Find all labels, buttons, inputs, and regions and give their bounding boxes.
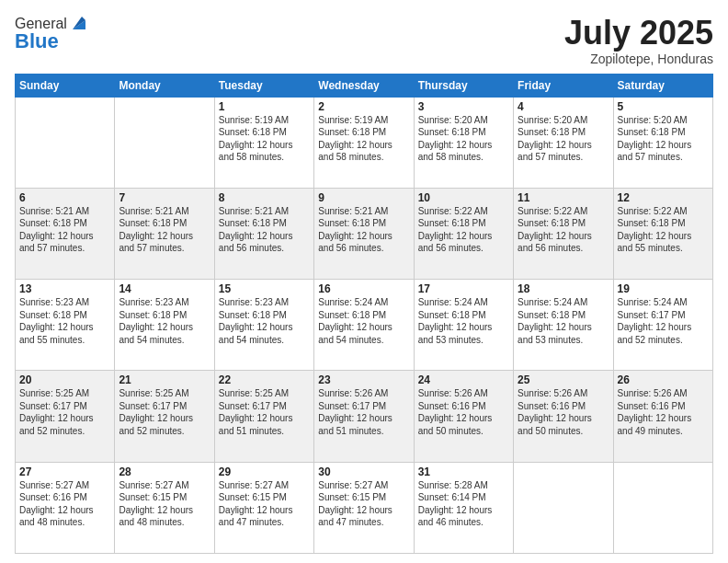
day-number: 29 bbox=[219, 465, 310, 478]
table-cell: 9Sunrise: 5:21 AM Sunset: 6:18 PM Daylig… bbox=[314, 188, 414, 279]
table-cell: 10Sunrise: 5:22 AM Sunset: 6:18 PM Dayli… bbox=[414, 188, 513, 279]
table-cell: 1Sunrise: 5:19 AM Sunset: 6:18 PM Daylig… bbox=[214, 97, 313, 188]
day-info-text: Sunrise: 5:26 AM Sunset: 6:17 PM Dayligh… bbox=[318, 388, 392, 436]
day-number: 31 bbox=[418, 465, 509, 478]
table-cell: 18Sunrise: 5:24 AM Sunset: 6:18 PM Dayli… bbox=[514, 280, 613, 371]
day-number: 6 bbox=[19, 191, 110, 204]
location-label: Zopilotepe, Honduras bbox=[564, 52, 713, 66]
day-number: 15 bbox=[219, 282, 310, 295]
day-number: 13 bbox=[19, 282, 110, 295]
day-number: 30 bbox=[318, 465, 409, 478]
table-cell: 26Sunrise: 5:26 AM Sunset: 6:16 PM Dayli… bbox=[613, 371, 712, 462]
table-cell: 3Sunrise: 5:20 AM Sunset: 6:18 PM Daylig… bbox=[414, 97, 513, 188]
table-cell: 13Sunrise: 5:23 AM Sunset: 6:18 PM Dayli… bbox=[16, 280, 115, 371]
table-cell: 4Sunrise: 5:20 AM Sunset: 6:18 PM Daylig… bbox=[514, 97, 613, 188]
day-info-text: Sunrise: 5:25 AM Sunset: 6:17 PM Dayligh… bbox=[119, 388, 193, 436]
table-cell: 2Sunrise: 5:19 AM Sunset: 6:18 PM Daylig… bbox=[314, 97, 414, 188]
table-cell: 21Sunrise: 5:25 AM Sunset: 6:17 PM Dayli… bbox=[115, 371, 214, 462]
day-info-text: Sunrise: 5:28 AM Sunset: 6:14 PM Dayligh… bbox=[418, 480, 493, 528]
day-info-text: Sunrise: 5:22 AM Sunset: 6:18 PM Dayligh… bbox=[518, 206, 592, 254]
header-sunday: Sunday bbox=[16, 74, 115, 97]
day-info-text: Sunrise: 5:21 AM Sunset: 6:18 PM Dayligh… bbox=[219, 206, 293, 254]
table-cell bbox=[514, 462, 613, 553]
day-number: 16 bbox=[318, 282, 409, 295]
day-info-text: Sunrise: 5:21 AM Sunset: 6:18 PM Dayligh… bbox=[318, 206, 392, 254]
table-cell: 11Sunrise: 5:22 AM Sunset: 6:18 PM Dayli… bbox=[514, 188, 613, 279]
day-number: 1 bbox=[219, 100, 310, 113]
table-cell: 19Sunrise: 5:24 AM Sunset: 6:17 PM Dayli… bbox=[613, 280, 712, 371]
day-number: 3 bbox=[418, 100, 509, 113]
calendar-week-row: 20Sunrise: 5:25 AM Sunset: 6:17 PM Dayli… bbox=[16, 371, 713, 462]
header-thursday: Thursday bbox=[414, 74, 513, 97]
calendar-week-row: 6Sunrise: 5:21 AM Sunset: 6:18 PM Daylig… bbox=[16, 188, 713, 279]
table-cell: 28Sunrise: 5:27 AM Sunset: 6:15 PM Dayli… bbox=[115, 462, 214, 553]
day-number: 20 bbox=[19, 373, 110, 386]
day-info-text: Sunrise: 5:27 AM Sunset: 6:15 PM Dayligh… bbox=[219, 480, 293, 528]
day-number: 12 bbox=[618, 191, 709, 204]
day-number: 8 bbox=[219, 191, 310, 204]
table-cell: 30Sunrise: 5:27 AM Sunset: 6:15 PM Dayli… bbox=[314, 462, 414, 553]
day-info-text: Sunrise: 5:24 AM Sunset: 6:18 PM Dayligh… bbox=[418, 297, 493, 345]
table-cell: 25Sunrise: 5:26 AM Sunset: 6:16 PM Dayli… bbox=[514, 371, 613, 462]
day-number: 27 bbox=[19, 465, 110, 478]
day-info-text: Sunrise: 5:26 AM Sunset: 6:16 PM Dayligh… bbox=[618, 388, 692, 436]
day-number: 14 bbox=[119, 282, 210, 295]
day-number: 25 bbox=[518, 373, 609, 386]
header-monday: Monday bbox=[115, 74, 214, 97]
day-number: 18 bbox=[518, 282, 609, 295]
day-info-text: Sunrise: 5:21 AM Sunset: 6:18 PM Dayligh… bbox=[119, 206, 193, 254]
table-cell: 20Sunrise: 5:25 AM Sunset: 6:17 PM Dayli… bbox=[16, 371, 115, 462]
month-year-title: July 2025 bbox=[564, 15, 713, 52]
calendar-header-row: Sunday Monday Tuesday Wednesday Thursday… bbox=[16, 74, 713, 97]
table-cell: 17Sunrise: 5:24 AM Sunset: 6:18 PM Dayli… bbox=[414, 280, 513, 371]
table-cell bbox=[613, 462, 712, 553]
day-number: 5 bbox=[618, 100, 709, 113]
logo: General Blue bbox=[15, 15, 89, 53]
day-number: 22 bbox=[219, 373, 310, 386]
table-cell: 5Sunrise: 5:20 AM Sunset: 6:18 PM Daylig… bbox=[613, 97, 712, 188]
table-cell: 6Sunrise: 5:21 AM Sunset: 6:18 PM Daylig… bbox=[16, 188, 115, 279]
day-info-text: Sunrise: 5:27 AM Sunset: 6:16 PM Dayligh… bbox=[19, 480, 94, 528]
table-cell bbox=[16, 97, 115, 188]
day-info-text: Sunrise: 5:23 AM Sunset: 6:18 PM Dayligh… bbox=[19, 297, 94, 345]
day-number: 23 bbox=[318, 373, 409, 386]
table-cell: 15Sunrise: 5:23 AM Sunset: 6:18 PM Dayli… bbox=[214, 280, 313, 371]
header-wednesday: Wednesday bbox=[314, 74, 414, 97]
day-info-text: Sunrise: 5:27 AM Sunset: 6:15 PM Dayligh… bbox=[119, 480, 193, 528]
day-info-text: Sunrise: 5:19 AM Sunset: 6:18 PM Dayligh… bbox=[318, 115, 392, 163]
day-info-text: Sunrise: 5:19 AM Sunset: 6:18 PM Dayligh… bbox=[219, 115, 293, 163]
table-cell: 12Sunrise: 5:22 AM Sunset: 6:18 PM Dayli… bbox=[613, 188, 712, 279]
day-number: 9 bbox=[318, 191, 409, 204]
day-number: 24 bbox=[418, 373, 509, 386]
day-number: 11 bbox=[518, 191, 609, 204]
table-cell: 16Sunrise: 5:24 AM Sunset: 6:18 PM Dayli… bbox=[314, 280, 414, 371]
calendar-week-row: 27Sunrise: 5:27 AM Sunset: 6:16 PM Dayli… bbox=[16, 462, 713, 553]
logo-icon bbox=[69, 13, 89, 33]
calendar-week-row: 13Sunrise: 5:23 AM Sunset: 6:18 PM Dayli… bbox=[16, 280, 713, 371]
day-number: 19 bbox=[618, 282, 709, 295]
table-cell: 29Sunrise: 5:27 AM Sunset: 6:15 PM Dayli… bbox=[214, 462, 313, 553]
header: General Blue July 2025 Zopilotepe, Hondu… bbox=[15, 15, 713, 66]
day-info-text: Sunrise: 5:26 AM Sunset: 6:16 PM Dayligh… bbox=[418, 388, 493, 436]
day-info-text: Sunrise: 5:25 AM Sunset: 6:17 PM Dayligh… bbox=[219, 388, 293, 436]
day-info-text: Sunrise: 5:24 AM Sunset: 6:18 PM Dayligh… bbox=[318, 297, 392, 345]
day-info-text: Sunrise: 5:25 AM Sunset: 6:17 PM Dayligh… bbox=[19, 388, 94, 436]
table-cell: 24Sunrise: 5:26 AM Sunset: 6:16 PM Dayli… bbox=[414, 371, 513, 462]
day-info-text: Sunrise: 5:20 AM Sunset: 6:18 PM Dayligh… bbox=[618, 115, 692, 163]
day-number: 10 bbox=[418, 191, 509, 204]
day-info-text: Sunrise: 5:21 AM Sunset: 6:18 PM Dayligh… bbox=[19, 206, 94, 254]
day-info-text: Sunrise: 5:27 AM Sunset: 6:15 PM Dayligh… bbox=[318, 480, 392, 528]
day-number: 17 bbox=[418, 282, 509, 295]
day-info-text: Sunrise: 5:23 AM Sunset: 6:18 PM Dayligh… bbox=[119, 297, 193, 345]
day-info-text: Sunrise: 5:20 AM Sunset: 6:18 PM Dayligh… bbox=[518, 115, 592, 163]
table-cell: 7Sunrise: 5:21 AM Sunset: 6:18 PM Daylig… bbox=[115, 188, 214, 279]
day-info-text: Sunrise: 5:26 AM Sunset: 6:16 PM Dayligh… bbox=[518, 388, 592, 436]
day-number: 7 bbox=[119, 191, 210, 204]
table-cell: 27Sunrise: 5:27 AM Sunset: 6:16 PM Dayli… bbox=[16, 462, 115, 553]
day-info-text: Sunrise: 5:20 AM Sunset: 6:18 PM Dayligh… bbox=[418, 115, 493, 163]
day-info-text: Sunrise: 5:22 AM Sunset: 6:18 PM Dayligh… bbox=[618, 206, 692, 254]
table-cell: 14Sunrise: 5:23 AM Sunset: 6:18 PM Dayli… bbox=[115, 280, 214, 371]
day-number: 28 bbox=[119, 465, 210, 478]
day-number: 4 bbox=[518, 100, 609, 113]
day-info-text: Sunrise: 5:22 AM Sunset: 6:18 PM Dayligh… bbox=[418, 206, 493, 254]
